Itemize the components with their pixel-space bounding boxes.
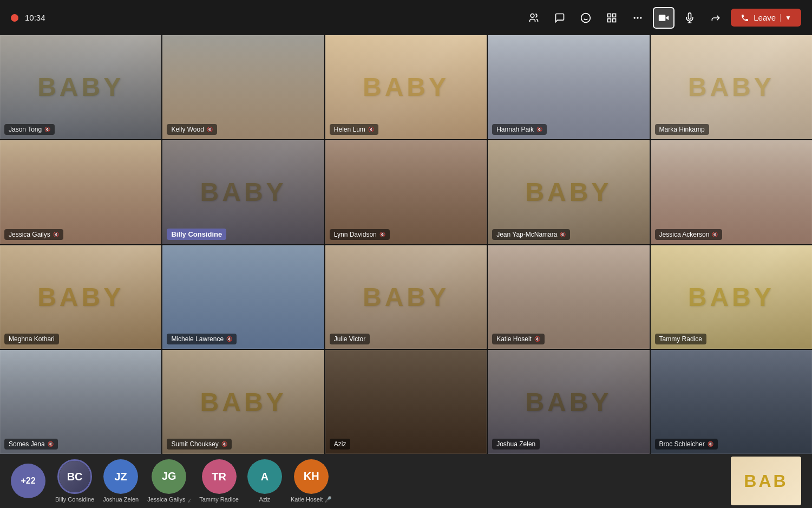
- video-cell-michele-lawrence: Michele Lawrence 🔇: [162, 245, 324, 349]
- muted-icon-jessica-ackerson: 🔇: [712, 232, 718, 237]
- participant-name-jessica-gailys: Jessica Gailys: [9, 231, 50, 238]
- participant-name-katie-hoseit: Katie Hoseit: [496, 335, 532, 343]
- camera-button[interactable]: [653, 7, 675, 29]
- participant-name-marka-hinkamp: Marka Hinkamp: [659, 126, 705, 133]
- video-cell-hannah-paik: Hannah Paik 🔇: [488, 35, 649, 139]
- layout-button[interactable]: [601, 7, 623, 29]
- video-cell-somes-jena: Somes Jena 🔇: [0, 350, 161, 454]
- name-tag-joshua-zelen: Joshua Zelen: [492, 439, 540, 450]
- muted-icon-hannah-paik: 🔇: [536, 127, 542, 132]
- thumb-name-joshua-zelen-thumb: Joshua Zelen: [103, 496, 139, 503]
- name-tag-jessica-ackerson: Jessica Ackerson 🔇: [655, 229, 723, 240]
- name-tag-jessica-gailys: Jessica Gailys 🔇: [4, 229, 63, 240]
- video-cell-lynn-davidson: Lynn Davidson 🔇: [325, 140, 487, 244]
- bottom-thumb-billy-considine-thumb[interactable]: BC Billy Considine: [55, 459, 94, 503]
- muted-icon-broc-schleicher: 🔇: [708, 441, 713, 447]
- thumb-avatar-jessica-gailys-thumb: JG: [152, 459, 186, 494]
- participant-name-aziz: Aziz: [334, 440, 346, 448]
- bottom-thumb-jessica-gailys-thumb[interactable]: JG Jessica Gailys 🎤: [147, 459, 191, 503]
- share-button[interactable]: [705, 7, 726, 29]
- name-tag-tammy-radice: Tammy Radice: [655, 334, 706, 344]
- partial-baby-tile: BAB: [731, 457, 801, 505]
- name-tag-katie-hoseit: Katie Hoseit 🔇: [492, 334, 545, 344]
- video-cell-kelly-wood: Kelly Wood 🔇: [162, 35, 324, 139]
- video-cell-jessica-gailys: Jessica Gailys 🔇: [0, 140, 161, 244]
- thumb-avatar-billy-considine-thumb: BC: [57, 459, 92, 494]
- participant-name-joshua-zelen: Joshua Zelen: [496, 440, 535, 448]
- muted-icon-lynn-davidson: 🔇: [379, 232, 385, 237]
- bottom-thumb-katie-hoseit-thumb[interactable]: KH Katie Hoseit 🎤: [291, 459, 332, 503]
- participant-name-broc-schleicher: Broc Schleicher: [659, 440, 705, 448]
- svg-rect-11: [659, 15, 666, 21]
- video-cell-tammy-radice: BABY Tammy Radice: [651, 245, 812, 349]
- thumb-name-jessica-gailys-thumb: Jessica Gailys 🎤: [147, 496, 191, 503]
- name-tag-kelly-wood: Kelly Wood 🔇: [167, 124, 217, 135]
- participant-name-kelly-wood: Kelly Wood: [171, 126, 204, 133]
- participant-name-jean-yap-mcnamara: Jean Yap-McNamara: [496, 231, 557, 238]
- leave-chevron[interactable]: ▼: [780, 14, 791, 22]
- leave-label: Leave: [754, 13, 776, 22]
- video-cell-helen-lum: BABY Helen Lum 🔇: [325, 35, 487, 139]
- leave-button[interactable]: Leave ▼: [731, 9, 801, 27]
- call-time: 10:34: [25, 13, 45, 22]
- thumb-avatar-tammy-radice-thumb: TR: [202, 459, 237, 494]
- svg-point-9: [637, 17, 639, 18]
- bottom-thumb-joshua-zelen-thumb[interactable]: JZ Joshua Zelen: [103, 459, 139, 503]
- muted-icon-kelly-wood: 🔇: [207, 127, 213, 132]
- name-tag-aziz: Aziz: [330, 439, 351, 450]
- svg-point-10: [640, 17, 641, 18]
- video-cell-joshua-zelen: BABY Joshua Zelen: [488, 350, 649, 454]
- thumb-name-tammy-radice-thumb: Tammy Radice: [199, 496, 239, 503]
- more-button[interactable]: [627, 7, 649, 29]
- mic-button[interactable]: [679, 7, 700, 29]
- video-cell-jason-tong: BABY Jason Tong 🔇: [0, 35, 161, 139]
- muted-icon-helen-lum: 🔇: [368, 127, 374, 132]
- chat-button[interactable]: [549, 7, 571, 29]
- name-tag-hannah-paik: Hannah Paik 🔇: [492, 124, 547, 135]
- video-cell-sumit-chouksey: BABY Sumit Chouksey 🔇: [162, 350, 324, 454]
- muted-icon-jean-yap-mcnamara: 🔇: [560, 232, 566, 237]
- thumb-avatar-joshua-zelen-thumb: JZ: [103, 459, 138, 494]
- thumb-name-aziz-thumb: Aziz: [259, 496, 271, 503]
- video-cell-marka-hinkamp: BABY Marka Hinkamp: [651, 35, 812, 139]
- top-bar: 10:34: [0, 0, 812, 35]
- svg-point-8: [634, 17, 636, 18]
- muted-icon-michele-lawrence: 🔇: [226, 336, 232, 342]
- top-bar-left: 10:34: [11, 13, 45, 22]
- participant-name-jason-tong: Jason Tong: [9, 126, 42, 133]
- thumb-name-katie-hoseit-thumb: Katie Hoseit 🎤: [291, 496, 332, 503]
- svg-rect-6: [608, 18, 611, 22]
- name-tag-meghna-kothari: Meghna Kothari: [4, 334, 59, 344]
- participant-name-meghna-kothari: Meghna Kothari: [9, 335, 55, 343]
- video-cell-meghna-kothari: BABY Meghna Kothari: [0, 245, 161, 349]
- name-tag-billy-considine: Billy Considine: [167, 229, 226, 240]
- more-participants-count[interactable]: +22: [11, 464, 45, 498]
- video-cell-aziz: Aziz: [325, 350, 487, 454]
- name-tag-broc-schleicher: Broc Schleicher 🔇: [655, 439, 718, 450]
- svg-point-0: [531, 14, 534, 17]
- muted-icon-katie-hoseit: 🔇: [534, 336, 540, 342]
- name-tag-marka-hinkamp: Marka Hinkamp: [655, 124, 709, 135]
- svg-rect-5: [613, 14, 616, 17]
- muted-icon-somes-jena: 🔇: [48, 441, 54, 447]
- muted-icon-jason-tong: 🔇: [44, 127, 50, 132]
- bottom-thumb-aziz-thumb[interactable]: A Aziz: [247, 459, 282, 503]
- thumb-name-billy-considine-thumb: Billy Considine: [55, 496, 94, 503]
- bottom-bar: +22 BC Billy Considine JZ Joshua Zelen J…: [0, 454, 812, 508]
- svg-point-1: [581, 13, 591, 22]
- svg-rect-4: [608, 14, 611, 17]
- reactions-button[interactable]: [575, 7, 597, 29]
- video-cell-jean-yap-mcnamara: BABY Jean Yap-McNamara 🔇: [488, 140, 649, 244]
- participant-name-tammy-radice: Tammy Radice: [659, 335, 702, 343]
- bottom-thumb-tammy-radice-thumb[interactable]: TR Tammy Radice: [199, 459, 239, 503]
- participant-name-somes-jena: Somes Jena: [9, 440, 45, 448]
- participant-name-jessica-ackerson: Jessica Ackerson: [659, 231, 710, 238]
- video-cell-katie-hoseit: Katie Hoseit 🔇: [488, 245, 649, 349]
- video-cell-broc-schleicher: Broc Schleicher 🔇: [651, 350, 812, 454]
- video-cell-julie-victor: BABY Julie Victor: [325, 245, 487, 349]
- participants-button[interactable]: [523, 7, 545, 29]
- name-tag-julie-victor: Julie Victor: [330, 334, 370, 344]
- video-grid: BABY Jason Tong 🔇 Kelly Wood 🔇 BABY Hele…: [0, 35, 812, 454]
- participant-name-hannah-paik: Hannah Paik: [496, 126, 534, 133]
- name-tag-somes-jena: Somes Jena 🔇: [4, 439, 58, 450]
